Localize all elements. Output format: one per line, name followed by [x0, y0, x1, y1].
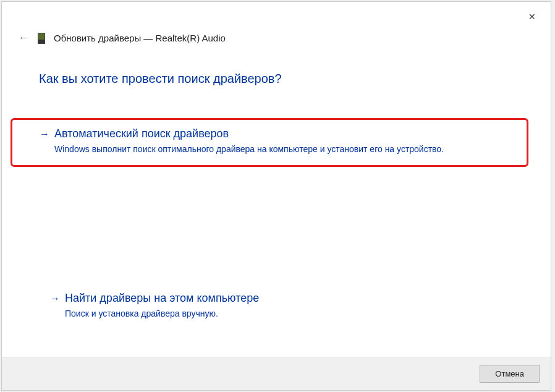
- option-auto-search[interactable]: → Автоматический поиск драйверов Windows…: [11, 118, 528, 167]
- question-heading: Как вы хотите провести поиск драйверов?: [39, 72, 514, 86]
- dialog-header: ← Обновить драйверы — Realtek(R) Audio: [2, 2, 551, 45]
- option-auto-search-title: Автоматический поиск драйверов: [54, 127, 229, 140]
- option-browse-description: Поиск и установка драйвера вручную.: [65, 309, 502, 318]
- dialog-title: Обновить драйверы — Realtek(R) Audio: [54, 33, 226, 43]
- audio-device-icon: [38, 33, 45, 44]
- back-arrow-icon: ←: [18, 32, 29, 44]
- option-browse-computer[interactable]: → Найти драйверы на этом компьютере Поис…: [39, 284, 514, 330]
- close-button[interactable]: ✕: [523, 9, 541, 24]
- dialog-footer: Отмена: [2, 357, 551, 390]
- update-driver-dialog: ✕ ← Обновить драйверы — Realtek(R) Audio…: [1, 1, 551, 391]
- option-auto-search-title-row: → Автоматический поиск драйверов: [40, 127, 512, 140]
- back-button[interactable]: ←: [18, 32, 29, 45]
- option-auto-search-description: Windows выполнит поиск оптимального драй…: [54, 144, 512, 154]
- arrow-right-icon: →: [50, 293, 60, 304]
- option-browse-title: Найти драйверы на этом компьютере: [65, 292, 259, 305]
- close-icon: ✕: [528, 12, 536, 22]
- spacer: [39, 179, 514, 284]
- arrow-right-icon: →: [40, 129, 49, 140]
- option-browse-title-row: → Найти драйверы на этом компьютере: [50, 292, 502, 305]
- dialog-content: Как вы хотите провести поиск драйверов? …: [2, 45, 551, 357]
- cancel-button[interactable]: Отмена: [480, 365, 540, 383]
